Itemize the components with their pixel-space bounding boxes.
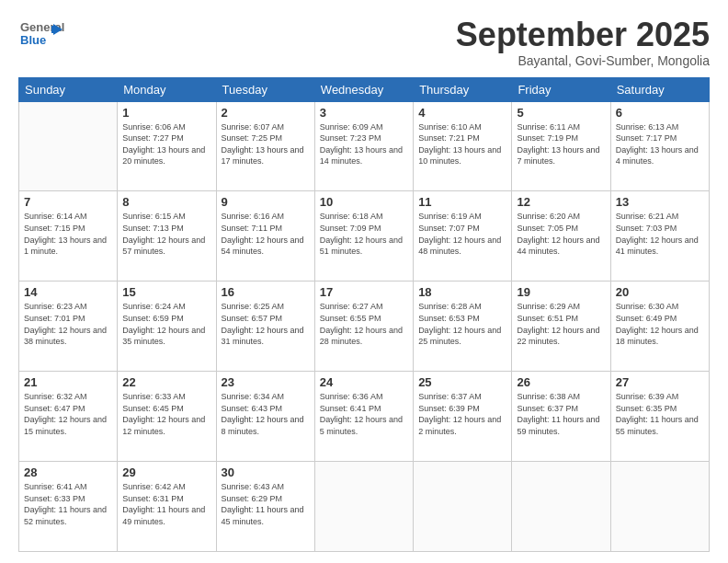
day-info: Sunrise: 6:18 AM Sunset: 7:09 PM Dayligh… xyxy=(320,211,408,257)
day-number: 2 xyxy=(222,106,310,120)
day-number: 10 xyxy=(320,195,408,209)
day-info: Sunrise: 6:25 AM Sunset: 6:57 PM Dayligh… xyxy=(222,301,310,347)
table-row: 11Sunrise: 6:19 AM Sunset: 7:07 PM Dayli… xyxy=(414,191,512,282)
table-row: 20Sunrise: 6:30 AM Sunset: 6:49 PM Dayli… xyxy=(610,282,709,372)
day-info: Sunrise: 6:16 AM Sunset: 7:11 PM Dayligh… xyxy=(222,211,310,257)
day-number: 5 xyxy=(517,106,605,120)
day-info: Sunrise: 6:41 AM Sunset: 6:33 PM Dayligh… xyxy=(24,481,112,527)
day-info: Sunrise: 6:19 AM Sunset: 7:07 PM Dayligh… xyxy=(418,211,506,257)
header-friday: Friday xyxy=(512,77,610,101)
day-info: Sunrise: 6:07 AM Sunset: 7:25 PM Dayligh… xyxy=(222,121,310,167)
header-sunday: Sunday xyxy=(19,77,118,101)
day-info: Sunrise: 6:27 AM Sunset: 6:55 PM Dayligh… xyxy=(320,301,408,347)
table-row: 15Sunrise: 6:24 AM Sunset: 6:59 PM Dayli… xyxy=(118,282,216,372)
day-number: 7 xyxy=(24,195,112,209)
table-row: 24Sunrise: 6:36 AM Sunset: 6:41 PM Dayli… xyxy=(314,372,413,462)
day-info: Sunrise: 6:09 AM Sunset: 7:23 PM Dayligh… xyxy=(320,121,408,167)
table-row: 2Sunrise: 6:07 AM Sunset: 7:25 PM Daylig… xyxy=(216,101,314,191)
day-number: 9 xyxy=(222,195,310,209)
svg-rect-3 xyxy=(51,26,54,33)
day-info: Sunrise: 6:32 AM Sunset: 6:47 PM Dayligh… xyxy=(24,391,112,437)
table-row: 17Sunrise: 6:27 AM Sunset: 6:55 PM Dayli… xyxy=(314,282,413,372)
calendar-week-row: 28Sunrise: 6:41 AM Sunset: 6:33 PM Dayli… xyxy=(19,462,710,552)
table-row: 21Sunrise: 6:32 AM Sunset: 6:47 PM Dayli… xyxy=(19,372,118,462)
day-number: 1 xyxy=(122,106,210,120)
table-row: 12Sunrise: 6:20 AM Sunset: 7:05 PM Dayli… xyxy=(512,191,610,282)
location: Bayantal, Govi-Sumber, Mongolia xyxy=(456,53,710,68)
day-number: 20 xyxy=(616,285,704,299)
table-row: 9Sunrise: 6:16 AM Sunset: 7:11 PM Daylig… xyxy=(216,191,314,282)
day-number: 3 xyxy=(320,106,408,120)
table-row xyxy=(414,462,512,552)
table-row xyxy=(19,101,118,191)
day-info: Sunrise: 6:29 AM Sunset: 6:51 PM Dayligh… xyxy=(517,301,605,347)
day-info: Sunrise: 6:28 AM Sunset: 6:53 PM Dayligh… xyxy=(418,301,506,347)
logo: General Blue xyxy=(18,17,64,52)
calendar-week-row: 21Sunrise: 6:32 AM Sunset: 6:47 PM Dayli… xyxy=(19,372,710,462)
day-number: 6 xyxy=(616,106,704,120)
logo-icon: General Blue xyxy=(18,17,64,52)
day-info: Sunrise: 6:33 AM Sunset: 6:45 PM Dayligh… xyxy=(122,391,210,437)
table-row xyxy=(610,462,709,552)
day-info: Sunrise: 6:36 AM Sunset: 6:41 PM Dayligh… xyxy=(320,391,408,437)
day-number: 4 xyxy=(418,106,506,120)
svg-text:Blue: Blue xyxy=(20,33,46,47)
day-info: Sunrise: 6:10 AM Sunset: 7:21 PM Dayligh… xyxy=(418,121,506,167)
table-row: 29Sunrise: 6:42 AM Sunset: 6:31 PM Dayli… xyxy=(118,462,216,552)
table-row: 5Sunrise: 6:11 AM Sunset: 7:19 PM Daylig… xyxy=(512,101,610,191)
day-info: Sunrise: 6:34 AM Sunset: 6:43 PM Dayligh… xyxy=(222,391,310,437)
table-row xyxy=(314,462,413,552)
day-number: 25 xyxy=(418,375,506,389)
table-row: 10Sunrise: 6:18 AM Sunset: 7:09 PM Dayli… xyxy=(314,191,413,282)
day-info: Sunrise: 6:43 AM Sunset: 6:29 PM Dayligh… xyxy=(222,481,310,527)
day-number: 13 xyxy=(616,195,704,209)
table-row: 14Sunrise: 6:23 AM Sunset: 7:01 PM Dayli… xyxy=(19,282,118,372)
table-row: 30Sunrise: 6:43 AM Sunset: 6:29 PM Dayli… xyxy=(216,462,314,552)
day-number: 16 xyxy=(222,285,310,299)
day-number: 8 xyxy=(122,195,210,209)
table-row: 23Sunrise: 6:34 AM Sunset: 6:43 PM Dayli… xyxy=(216,372,314,462)
day-number: 14 xyxy=(24,285,112,299)
day-number: 27 xyxy=(616,375,704,389)
day-number: 23 xyxy=(222,375,310,389)
page: General Blue September 2025 Bayantal, Go… xyxy=(0,0,728,563)
table-row: 6Sunrise: 6:13 AM Sunset: 7:17 PM Daylig… xyxy=(610,101,709,191)
day-number: 26 xyxy=(517,375,605,389)
calendar-week-row: 7Sunrise: 6:14 AM Sunset: 7:15 PM Daylig… xyxy=(19,191,710,282)
day-number: 30 xyxy=(222,465,310,479)
day-number: 22 xyxy=(122,375,210,389)
day-info: Sunrise: 6:39 AM Sunset: 6:35 PM Dayligh… xyxy=(616,391,704,437)
day-info: Sunrise: 6:21 AM Sunset: 7:03 PM Dayligh… xyxy=(616,211,704,257)
day-number: 18 xyxy=(418,285,506,299)
day-number: 17 xyxy=(320,285,408,299)
day-info: Sunrise: 6:23 AM Sunset: 7:01 PM Dayligh… xyxy=(24,301,112,347)
day-info: Sunrise: 6:42 AM Sunset: 6:31 PM Dayligh… xyxy=(122,481,210,527)
table-row: 18Sunrise: 6:28 AM Sunset: 6:53 PM Dayli… xyxy=(414,282,512,372)
day-info: Sunrise: 6:37 AM Sunset: 6:39 PM Dayligh… xyxy=(418,391,506,437)
day-info: Sunrise: 6:38 AM Sunset: 6:37 PM Dayligh… xyxy=(517,391,605,437)
header-monday: Monday xyxy=(118,77,216,101)
calendar: Sunday Monday Tuesday Wednesday Thursday… xyxy=(18,77,710,552)
table-row: 7Sunrise: 6:14 AM Sunset: 7:15 PM Daylig… xyxy=(19,191,118,282)
table-row: 8Sunrise: 6:15 AM Sunset: 7:13 PM Daylig… xyxy=(118,191,216,282)
day-info: Sunrise: 6:13 AM Sunset: 7:17 PM Dayligh… xyxy=(616,121,704,167)
table-row: 4Sunrise: 6:10 AM Sunset: 7:21 PM Daylig… xyxy=(414,101,512,191)
day-info: Sunrise: 6:11 AM Sunset: 7:19 PM Dayligh… xyxy=(517,121,605,167)
day-number: 28 xyxy=(24,465,112,479)
day-number: 29 xyxy=(122,465,210,479)
day-number: 21 xyxy=(24,375,112,389)
day-info: Sunrise: 6:20 AM Sunset: 7:05 PM Dayligh… xyxy=(517,211,605,257)
table-row: 26Sunrise: 6:38 AM Sunset: 6:37 PM Dayli… xyxy=(512,372,610,462)
table-row: 22Sunrise: 6:33 AM Sunset: 6:45 PM Dayli… xyxy=(118,372,216,462)
header-tuesday: Tuesday xyxy=(216,77,314,101)
header-thursday: Thursday xyxy=(414,77,512,101)
day-info: Sunrise: 6:06 AM Sunset: 7:27 PM Dayligh… xyxy=(122,121,210,167)
table-row: 27Sunrise: 6:39 AM Sunset: 6:35 PM Dayli… xyxy=(610,372,709,462)
table-row: 3Sunrise: 6:09 AM Sunset: 7:23 PM Daylig… xyxy=(314,101,413,191)
day-number: 19 xyxy=(517,285,605,299)
calendar-header-row: Sunday Monday Tuesday Wednesday Thursday… xyxy=(19,77,710,101)
calendar-week-row: 1Sunrise: 6:06 AM Sunset: 7:27 PM Daylig… xyxy=(19,101,710,191)
calendar-week-row: 14Sunrise: 6:23 AM Sunset: 7:01 PM Dayli… xyxy=(19,282,710,372)
day-number: 15 xyxy=(122,285,210,299)
title-block: September 2025 Bayantal, Govi-Sumber, Mo… xyxy=(456,17,710,68)
